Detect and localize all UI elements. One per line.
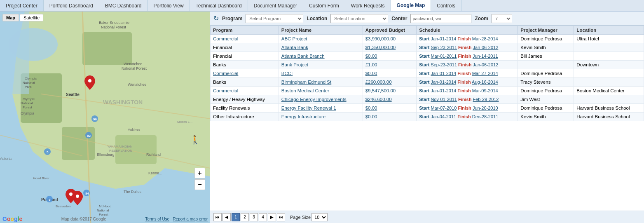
nav-bmc-dashboard[interactable]: BMC Dashboard <box>99 0 148 11</box>
budget-link[interactable]: $246,600.00 <box>365 97 392 102</box>
cell-location <box>574 69 644 78</box>
svg-text:Kenne...: Kenne... <box>148 171 162 175</box>
budget-link[interactable]: $1,350,000.00 <box>365 45 396 50</box>
finish-date-link[interactable]: Aug-16-2014 <box>472 80 498 85</box>
table-row: Energy / Heavy HighwayChicago Energy Imp… <box>211 95 644 104</box>
last-page-button[interactable]: ⏭ <box>277 213 285 221</box>
start-label: Start <box>419 62 429 67</box>
next-page-button[interactable]: ▶ <box>268 213 276 221</box>
program-select[interactable]: Select Program <box>246 14 303 23</box>
start-date-link[interactable]: Jan-01-2014 <box>431 88 456 93</box>
budget-link[interactable]: $0.00 <box>365 106 377 110</box>
finish-date-link[interactable]: Jan-06-2012 <box>473 45 499 50</box>
program-link[interactable]: Commercial <box>213 36 238 41</box>
zoom-select[interactable]: 7 <box>492 14 512 23</box>
table-row: CommercialBCCI$0.00Start Jan-01-2014 Fin… <box>211 69 644 78</box>
page-1-button[interactable]: 1 <box>232 213 240 221</box>
schedule-dates: Start Jan-01-2014 Finish Aug-16-2014 <box>419 80 498 85</box>
finish-date-link[interactable]: Jun-20-2010 <box>473 106 498 110</box>
nav-controls[interactable]: Controls <box>431 0 461 11</box>
project-name-link[interactable]: Atlanta Bank Branch <box>281 54 325 59</box>
nav-portfolio-view[interactable]: Portfolio View <box>148 0 190 11</box>
nav-document-manager[interactable]: Document Manager <box>248 0 303 11</box>
finish-date-link[interactable]: Jan-06-2012 <box>473 62 499 67</box>
page-size-select[interactable]: 10 20 50 <box>311 213 328 221</box>
satellite-button[interactable]: Satellite <box>20 14 43 21</box>
project-name-link[interactable]: Energy Facility Renewal 1 <box>281 106 336 110</box>
start-date-link[interactable]: Mar-01-2011 <box>431 54 457 59</box>
program-link[interactable]: Commercial <box>213 71 238 76</box>
right-panel: ↻ Program Select Program Location Select… <box>210 12 644 223</box>
project-name-link[interactable]: Energy Infrastructure <box>281 114 326 119</box>
program-link[interactable]: Commercial <box>213 88 238 93</box>
project-name-link[interactable]: Birmingham Edmund St <box>281 80 331 85</box>
project-name-link[interactable]: BCCI <box>281 71 293 76</box>
map-button[interactable]: Map <box>2 14 19 21</box>
start-label: Start <box>419 54 429 59</box>
start-date-link[interactable]: Mar-07-2010 <box>431 106 457 110</box>
budget-link[interactable]: £260,000.00 <box>365 80 392 85</box>
report-map-error-link[interactable]: Report a map error <box>173 217 208 221</box>
projects-table: Program Project Name Approved Budget Sch… <box>210 26 644 121</box>
table-row: CommercialABC Project$3,990,000.00Start … <box>211 35 644 43</box>
nav-portfolio-dashboard[interactable]: Portfolio Dashboard <box>44 0 99 11</box>
cell-project-manager: Dominique Pedrosa <box>518 104 574 113</box>
budget-link[interactable]: $0.00 <box>365 54 377 59</box>
page-2-button[interactable]: 2 <box>241 213 249 221</box>
zoom-out-button[interactable]: − <box>194 179 205 190</box>
start-date-link[interactable]: Jan-01-2014 <box>431 36 456 41</box>
cell-program: Banks <box>211 78 279 87</box>
cell-budget: $0.00 <box>363 104 417 113</box>
start-date-link[interactable]: Jan-01-2014 <box>431 71 456 76</box>
nav-custom-form[interactable]: Custom Form <box>303 0 345 11</box>
start-date-link[interactable]: Jan-04-2011 <box>431 114 456 119</box>
nav-google-map[interactable]: Google Map <box>391 0 431 11</box>
start-date-link[interactable]: Sep-23-2011 <box>431 62 457 67</box>
terms-of-use-link[interactable]: Terms of Use <box>145 217 169 221</box>
nav-technical-dashboard[interactable]: Technical Dashboard <box>190 0 248 11</box>
start-date-link[interactable]: Jan-01-2014 <box>431 80 456 85</box>
cell-location <box>574 52 644 61</box>
svg-text:National: National <box>21 101 33 105</box>
page-3-button[interactable]: 3 <box>250 213 258 221</box>
street-view-icon[interactable]: 🚶 <box>190 135 200 145</box>
refresh-icon[interactable]: ↻ <box>213 14 219 22</box>
cell-location: Ultra Hotel <box>574 35 644 43</box>
budget-link[interactable]: $9,547,500.00 <box>365 88 396 93</box>
svg-text:Wenatchee: Wenatchee <box>124 62 142 66</box>
prev-page-button[interactable]: ◀ <box>222 213 231 221</box>
svg-text:The Dalles: The Dalles <box>124 190 142 194</box>
location-filter-label: Location <box>307 16 327 21</box>
svg-text:Forest: Forest <box>23 106 32 109</box>
nav-work-requests[interactable]: Work Requests <box>345 0 391 11</box>
page-4-button[interactable]: 4 <box>259 213 267 221</box>
start-date-link[interactable]: Nov-01-2011 <box>431 97 457 102</box>
project-name-link[interactable]: Atlanta Bank <box>281 45 308 50</box>
svg-text:YAKAMA INDIAN: YAKAMA INDIAN <box>107 145 133 148</box>
table-row: Other InfrastructureEnergy Infrastructur… <box>211 113 644 121</box>
zoom-in-button[interactable]: + <box>194 168 205 178</box>
budget-link[interactable]: £1.00 <box>365 62 377 67</box>
budget-link[interactable]: $0.00 <box>365 114 377 119</box>
first-page-button[interactable]: ⏮ <box>213 213 222 221</box>
project-name-link[interactable]: ABC Project <box>281 36 307 41</box>
svg-text:Astoria: Astoria <box>0 157 12 161</box>
finish-date-link[interactable]: Feb-29-2012 <box>473 97 499 102</box>
center-input[interactable] <box>410 14 471 23</box>
finish-date-link[interactable]: Mar-27-2014 <box>472 71 498 76</box>
svg-text:84: 84 <box>85 192 89 195</box>
location-select[interactable]: Select Location <box>330 14 388 23</box>
finish-date-link[interactable]: Dec-28-2011 <box>472 114 499 119</box>
budget-link[interactable]: $0.00 <box>365 71 377 76</box>
project-name-link[interactable]: Bank Project <box>281 62 308 67</box>
finish-date-link[interactable]: Mar-09-2014 <box>472 88 498 93</box>
budget-link[interactable]: $3,990,000.00 <box>365 36 396 41</box>
finish-date-link[interactable]: Jun-14-2011 <box>473 54 498 59</box>
cell-project-name: Bank Project <box>279 61 363 69</box>
finish-label: Finish <box>457 71 471 76</box>
project-name-link[interactable]: Chicago Energy Improvements <box>281 97 347 102</box>
start-date-link[interactable]: Sep-23-2011 <box>431 45 457 50</box>
project-name-link[interactable]: Boston Medical Center <box>281 88 329 93</box>
nav-project-center[interactable]: Project Center <box>0 0 44 11</box>
finish-date-link[interactable]: Mar-28-2014 <box>472 36 498 41</box>
